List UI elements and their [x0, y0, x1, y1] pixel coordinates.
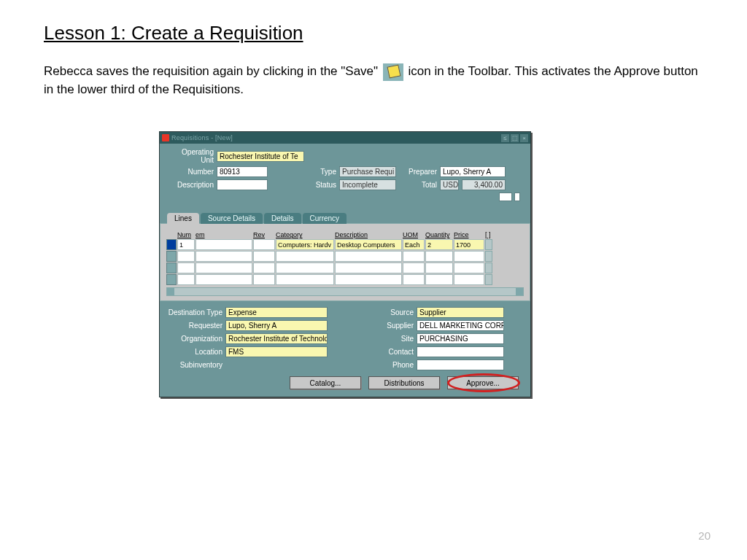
lines-grid: Num em Rev Category Description UOM Quan…	[160, 223, 530, 301]
col-description: Description	[335, 231, 402, 238]
approve-button[interactable]: Approve...	[447, 376, 519, 389]
col-uom: UOM	[403, 231, 425, 238]
organization-field[interactable]: Rochester Institute of Technolog	[225, 333, 328, 344]
status-field: Incomplete	[339, 179, 396, 190]
row-selector[interactable]	[166, 239, 177, 250]
location-field[interactable]: FMS	[225, 346, 328, 357]
tab-currency[interactable]: Currency	[303, 213, 347, 224]
currency-field: USD	[440, 179, 459, 190]
col-category: Category	[276, 231, 334, 238]
phone-label: Phone	[377, 361, 414, 369]
type-field[interactable]: Purchase Requi	[339, 166, 396, 177]
contact-field[interactable]	[417, 346, 504, 357]
instruction-text: Rebecca saves the requisition again by c…	[44, 63, 703, 98]
table-row[interactable]: 1 Computers: Hardv Desktop Computers Eac…	[166, 239, 524, 250]
organization-label: Organization	[163, 335, 222, 343]
preparer-label: Preparer	[399, 168, 437, 176]
cell-em[interactable]	[196, 239, 252, 250]
cell-num[interactable]: 1	[177, 239, 195, 250]
col-quantity: Quantity	[425, 231, 453, 238]
window-title: Requisitions - [New]	[171, 134, 233, 141]
number-field[interactable]: 80913	[217, 166, 268, 177]
operating-unit-label: Operating Unit	[167, 148, 214, 164]
total-field: 3,400.00	[462, 179, 506, 190]
flex-field-1[interactable]	[499, 192, 512, 201]
cell-price[interactable]: 1700	[454, 239, 484, 250]
col-flex: [ ]	[485, 231, 492, 238]
col-rev: Rev	[253, 231, 275, 238]
preparer-field: Lupo, Sherry A	[440, 166, 506, 177]
cell-rev[interactable]	[253, 239, 275, 250]
supplier-field[interactable]: DELL MARKETING CORP	[417, 320, 504, 331]
site-label: Site	[377, 335, 414, 343]
dest-type-label: Destination Type	[163, 308, 222, 316]
cell-category[interactable]: Computers: Hardv	[276, 239, 334, 250]
save-icon	[383, 63, 403, 81]
table-row[interactable]	[166, 251, 524, 262]
description-label: Description	[167, 181, 214, 189]
tab-source-details[interactable]: Source Details	[201, 213, 263, 224]
phone-field[interactable]	[417, 359, 504, 370]
catalog-button[interactable]: Catalog...	[290, 376, 361, 389]
requisitions-window: Requisitions - [New] ≤ ⬚ × Operating Uni…	[159, 131, 531, 397]
page-title: Lesson 1: Create a Requisition	[44, 22, 747, 44]
page-number: 20	[698, 529, 711, 542]
type-label: Type	[307, 168, 336, 176]
number-label: Number	[167, 168, 214, 176]
cell-quantity[interactable]: 2	[425, 239, 453, 250]
description-field[interactable]	[217, 179, 268, 190]
cell-description[interactable]: Desktop Computers	[335, 239, 402, 250]
table-row[interactable]	[166, 262, 524, 273]
text-pre: Rebecca saves the requisition again by c…	[44, 64, 382, 78]
operating-unit-field[interactable]: Rochester Institute of Te	[217, 151, 304, 162]
status-label: Status	[307, 181, 336, 189]
table-row[interactable]	[166, 274, 524, 285]
vscroll[interactable]	[485, 239, 492, 250]
tab-lines[interactable]: Lines	[167, 213, 199, 224]
source-label: Source	[377, 308, 414, 316]
distributions-button[interactable]: Distributions	[368, 376, 440, 389]
titlebar: Requisitions - [New] ≤ ⬚ ×	[160, 132, 530, 144]
total-label: Total	[399, 181, 437, 189]
minimize-button[interactable]: ≤	[501, 134, 509, 142]
requester-label: Requester	[163, 322, 222, 330]
col-num: Num	[177, 231, 195, 238]
oracle-icon	[162, 134, 169, 141]
hscroll[interactable]	[166, 287, 524, 296]
source-field[interactable]: Supplier	[417, 307, 504, 318]
tab-row: Lines Source Details Details Currency	[160, 213, 530, 224]
contact-label: Contact	[377, 348, 414, 356]
supplier-label: Supplier	[377, 322, 414, 330]
cell-uom[interactable]: Each	[403, 239, 425, 250]
tab-details[interactable]: Details	[264, 213, 301, 224]
col-price: Price	[454, 231, 484, 238]
requester-field[interactable]: Lupo, Sherry A	[225, 320, 328, 331]
col-em: em	[196, 231, 252, 238]
maximize-button[interactable]: ⬚	[511, 134, 519, 142]
subinventory-label: Subinventory	[163, 361, 222, 369]
site-field[interactable]: PURCHASING	[417, 333, 504, 344]
flex-field-2[interactable]	[514, 192, 520, 201]
close-button[interactable]: ×	[520, 134, 528, 142]
dest-type-field[interactable]: Expense	[225, 307, 328, 318]
location-label: Location	[163, 348, 222, 356]
